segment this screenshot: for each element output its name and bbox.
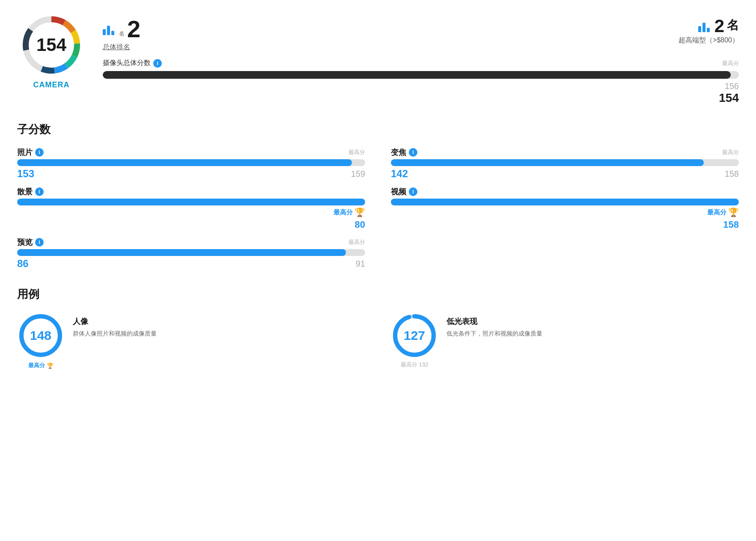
subscore-max-label: 最高分 <box>348 149 365 156</box>
subscore-value-alt: 80 <box>355 219 365 230</box>
category-rank-suffix: 名 <box>727 17 739 35</box>
subscore-value: 153 <box>17 168 34 180</box>
subscore-bar <box>391 199 739 205</box>
subscore-bottom: 最高分 🏆 <box>391 207 739 217</box>
subscore-bottom: 153 159 <box>17 168 365 180</box>
subscore-name: 预览 i <box>17 237 44 247</box>
subscore-bar <box>17 249 365 256</box>
subscore-bar-fill <box>17 249 346 256</box>
usecase-desc: 群体人像照片和视频的成像质量 <box>73 329 365 338</box>
subscore-bar-fill <box>17 159 352 166</box>
usecase-section-title: 用例 <box>17 287 739 302</box>
subscore-value: 86 <box>17 258 29 270</box>
subscore-info-icon[interactable]: i <box>35 148 44 157</box>
usecase-circle: 148 <box>17 312 64 359</box>
overall-rank: 名 2 总体排名 <box>103 17 140 52</box>
subscore-max-label: 最高分 <box>348 238 365 246</box>
total-score-bar: 摄像头总体分数 i 最高分 156 154 <box>103 59 739 105</box>
subscore-max-value: 91 <box>356 259 365 269</box>
subscore-max-value: 158 <box>725 169 739 179</box>
usecase-item: 148 最高分 🏆 人像 群体人像照片和视频的成像质量 <box>17 312 365 369</box>
usecase-highest-badge: 最高分 🏆 <box>28 362 54 369</box>
total-score-bar-fill <box>103 71 731 79</box>
trophy-icon: 🏆 <box>354 207 365 217</box>
category-rank: 2 名 超高端型（>$800） <box>679 17 739 45</box>
subscore-bar <box>391 159 739 166</box>
subscore-max-label: 最高分 <box>722 149 739 156</box>
subscore-name: 变焦 i <box>391 147 417 158</box>
highest-badge: 最高分 🏆 <box>333 207 365 217</box>
subscore-bar <box>17 199 365 205</box>
subscore-bottom: 86 91 <box>17 258 365 270</box>
usecase-highest-label: 最高分 <box>28 362 45 369</box>
subscore-bar <box>17 159 365 166</box>
usecase-info: 低光表现 低光条件下，照片和视频的成像质量 <box>446 312 739 338</box>
subscore-info-icon[interactable]: i <box>409 187 417 196</box>
subscore-max-value: 159 <box>351 169 365 179</box>
highest-label: 最高分 <box>707 208 726 217</box>
usecase-info: 人像 群体人像照片和视频的成像质量 <box>73 312 365 338</box>
highest-label: 最高分 <box>333 208 353 217</box>
overall-rank-label[interactable]: 总体排名 <box>103 43 140 52</box>
highest-badge: 最高分 🏆 <box>707 207 739 217</box>
category-bar-chart-icon <box>698 18 712 32</box>
score-donut-chart: 154 <box>19 13 83 77</box>
usecase-max-label: 最高分 132 <box>401 361 428 369</box>
subscore-item: 照片 i 最高分 153 159 <box>17 147 365 180</box>
usecase-circle-container: 148 最高分 🏆 <box>17 312 64 369</box>
subscore-item: 变焦 i 最高分 142 158 <box>391 147 739 180</box>
subscores-grid: 照片 i 最高分 153 159 <box>17 147 739 270</box>
score-value: 154 <box>719 91 739 104</box>
subscore-bottom: 142 158 <box>391 168 739 180</box>
subscore-value-alt: 158 <box>723 219 739 230</box>
bar-chart-icon <box>103 21 116 35</box>
subscore-empty <box>391 237 739 270</box>
category-rank-number: 2 <box>714 17 724 35</box>
subscore-section-title: 子分数 <box>17 122 739 137</box>
score-max-value: 156 <box>725 81 739 91</box>
subscore-item: 散景 i 最高分 🏆 8 <box>17 187 365 230</box>
subscore-name: 视频 i <box>391 187 417 197</box>
total-score-info-icon[interactable]: i <box>153 59 162 68</box>
score-number: 154 <box>36 35 66 55</box>
usecase-score: 148 <box>30 328 51 343</box>
usecase-score: 127 <box>404 328 425 343</box>
subscore-item: 预览 i 最高分 86 91 <box>17 237 365 270</box>
usecase-name: 低光表现 <box>446 316 739 327</box>
usecases-grid: 148 最高分 🏆 人像 群体人像照片和视频的成像质量 <box>17 312 739 369</box>
subscore-bottom: 最高分 🏆 <box>17 207 365 217</box>
ranking-section: 名 2 总体排名 2 名 超高端型（>$800） <box>103 13 739 105</box>
usecase-circle-container: 127 最高分 132 <box>391 312 438 369</box>
usecase-circle: 127 <box>391 312 438 359</box>
subscore-info-icon[interactable]: i <box>35 238 44 247</box>
usecase-item: 127 最高分 132 低光表现 低光条件下，照片和视频的成像质量 <box>391 312 739 369</box>
usecase-name: 人像 <box>73 316 365 327</box>
subscore-value: 142 <box>391 168 408 180</box>
subscore-bar-fill <box>391 199 739 205</box>
total-score-bar-container <box>103 71 739 79</box>
usecase-desc: 低光条件下，照片和视频的成像质量 <box>446 329 739 338</box>
subscore-info-icon[interactable]: i <box>35 187 44 196</box>
trophy-icon: 🏆 <box>728 207 739 217</box>
overall-rank-number: 2 <box>127 17 140 41</box>
usecase-trophy: 🏆 <box>47 363 54 369</box>
category-label: 超高端型（>$800） <box>679 36 739 45</box>
total-score-label: 摄像头总体分数 i 最高分 <box>103 59 739 68</box>
camera-score-circle: 154 CAMERA <box>17 13 86 89</box>
subscore-name: 照片 i <box>17 147 44 158</box>
subscore-item: 视频 i 最高分 🏆 1 <box>391 187 739 230</box>
subscore-bar-fill <box>17 199 365 205</box>
subscore-bar-fill <box>391 159 704 166</box>
score-max-label: 最高分 <box>722 59 739 67</box>
subscore-info-icon[interactable]: i <box>409 148 417 157</box>
camera-label: CAMERA <box>33 80 70 89</box>
subscore-name: 散景 i <box>17 187 44 197</box>
